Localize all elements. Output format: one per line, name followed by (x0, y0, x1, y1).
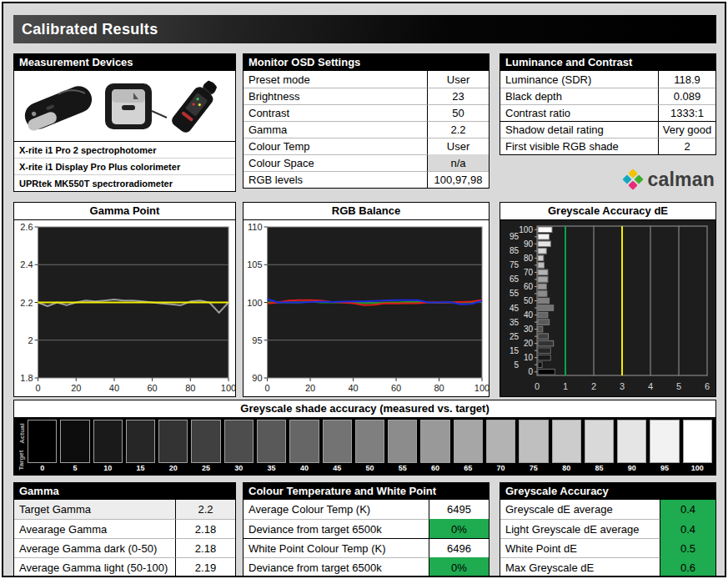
patch-swatch (388, 420, 417, 463)
patch-swatch (60, 420, 89, 463)
row-value: 6496 (429, 538, 489, 557)
calman-diamond-icon (622, 169, 644, 190)
greyscale-patch: 55 (388, 420, 417, 473)
greyscale-patch: 0 (28, 420, 57, 473)
row-label: White Point dE (500, 538, 660, 557)
svg-text:30: 30 (524, 325, 534, 334)
patch-level-label: 70 (486, 463, 515, 473)
svg-text:95: 95 (252, 335, 262, 345)
table-row: Colour Spacen/a (244, 154, 489, 171)
patch-level-label: 95 (650, 463, 679, 473)
table-row: Shadow detail ratingVery good (500, 121, 715, 138)
table-row: Average Colour Temp (K)6495 (244, 500, 489, 519)
table-row: Max Greyscale dE0.6 (500, 557, 715, 576)
panel-monitor-osd-settings: Monitor OSD Settings Preset modeUserBrig… (243, 53, 490, 189)
row-label: Brightness (244, 88, 427, 104)
luminance-column: Luminance and Contrast Luminance (SDR)11… (500, 53, 716, 190)
row-value: 2.2 (427, 121, 489, 138)
greyscale-patch: 20 (158, 420, 188, 473)
svg-text:2.6: 2.6 (20, 222, 33, 232)
svg-text:6: 6 (705, 381, 710, 391)
svg-text:0: 0 (535, 381, 540, 391)
svg-text:20: 20 (524, 339, 534, 348)
greyscale-summary-table: Greyscale dE average0.4Light Greyscale d… (500, 500, 715, 576)
greyscale-patch: 85 (585, 420, 614, 473)
luminance-table: Luminance (SDR)118.9Black depth0.089Cont… (500, 71, 715, 154)
device-name: X-rite i1 Display Pro Plus colorimeter (14, 158, 235, 174)
patch-swatch (650, 420, 679, 463)
greyscale-patch: 90 (617, 420, 646, 473)
patch-level-label: 65 (454, 463, 483, 473)
greyscale-patch: 75 (519, 420, 548, 473)
table-row: Preset modeUser (244, 71, 489, 88)
row-label: Colour Space (244, 154, 427, 171)
greyscale-patch: 35 (257, 420, 286, 473)
greyscale-patch: 5 (60, 420, 89, 473)
svg-text:90: 90 (252, 373, 262, 383)
row-value: User (427, 71, 489, 88)
patch-swatch (126, 420, 155, 463)
row-value: 23 (427, 88, 489, 104)
row-value: 6495 (429, 500, 489, 519)
patch-swatch (28, 420, 57, 463)
patch-level-label: 25 (191, 463, 220, 473)
svg-text:2.4: 2.4 (20, 259, 33, 269)
row-value: 0% (429, 557, 489, 576)
svg-text:65: 65 (510, 274, 520, 284)
row-value: Very good (658, 121, 715, 138)
svg-text:5: 5 (514, 360, 519, 370)
panel-header-devices: Measurement Devices (14, 54, 235, 71)
svg-text:105: 105 (247, 259, 262, 269)
calman-logo: calman (500, 169, 716, 190)
row-value: 118.9 (658, 71, 715, 88)
row-label: Average Gamma light (50-100) (14, 557, 175, 576)
table-row: Luminance (SDR)118.9 (500, 71, 715, 88)
svg-text:20: 20 (305, 383, 315, 393)
greyscale-patch: 60 (420, 420, 449, 473)
greyscale-patch: 95 (650, 420, 679, 473)
patch-level-label: 90 (617, 463, 646, 473)
svg-text:4: 4 (648, 381, 653, 391)
svg-text:5: 5 (676, 381, 681, 391)
row-label: Avearage Gamma (14, 519, 175, 538)
patch-level-label: 60 (420, 463, 449, 473)
table-row: Average Gamma light (50-100)2.19 (14, 557, 235, 576)
row-label: Luminance (SDR) (500, 71, 658, 88)
svg-text:3: 3 (620, 381, 625, 391)
device-photos-illustration (22, 73, 228, 139)
colour-temp-table: Average Colour Temp (K)6495Deviance from… (244, 500, 489, 576)
svg-text:55: 55 (510, 289, 520, 298)
strip-title: Greyscale shade accuracy (measured vs. t… (14, 400, 715, 418)
row-label: Gamma (244, 121, 427, 138)
patch-level-label: 20 (158, 463, 188, 473)
patch-swatch (289, 420, 319, 463)
panel-luminance-contrast: Luminance and Contrast Luminance (SDR)11… (500, 53, 716, 155)
row-label: Average Gamma dark (0-50) (14, 538, 175, 557)
device-name: X-rite i1 Pro 2 spectrophotomer (14, 142, 235, 158)
row-value: 0.089 (658, 88, 715, 104)
row-value: 2 (658, 138, 715, 154)
svg-text:85: 85 (510, 246, 520, 255)
patch-swatch (683, 420, 712, 463)
patch-swatch (257, 420, 286, 463)
svg-text:10: 10 (524, 353, 534, 362)
colorimeter-image (105, 83, 167, 129)
row-label: Light Greyscale dE average (500, 519, 660, 538)
greyscale-patches: 0510152025303540455055606570758085909510… (28, 420, 712, 473)
rgb-chart-title: RGB Balance (244, 203, 489, 220)
greyscale-de-chart-title: Greyscale Accuracy dE (500, 203, 715, 220)
svg-text:50: 50 (524, 296, 534, 305)
spectroradiometer-image (169, 76, 222, 134)
patch-level-label: 10 (93, 463, 123, 473)
row-label: Black depth (500, 88, 658, 104)
row-label: Contrast (244, 104, 427, 121)
svg-text:100: 100 (474, 383, 489, 393)
gamma-chart-title: Gamma Point (14, 203, 235, 220)
panel-header-colour-temp: Colour Temperature and White Point (244, 483, 489, 500)
device-name-list: X-rite i1 Pro 2 spectrophotomerX-rite i1… (14, 142, 235, 191)
patch-swatch (519, 420, 548, 463)
svg-text:80: 80 (434, 383, 444, 393)
patch-level-label: 85 (585, 463, 614, 473)
table-row: RGB levels100,97,98 (244, 171, 489, 188)
patch-level-label: 75 (519, 463, 548, 473)
